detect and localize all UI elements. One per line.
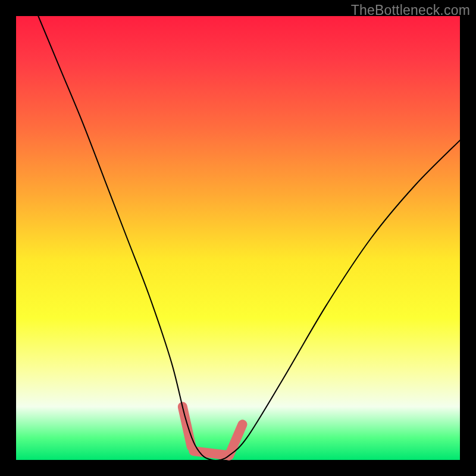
plot-area (16, 16, 460, 460)
curve-nubs (183, 406, 243, 455)
curve-svg (16, 16, 460, 460)
chart-frame: TheBottleneck.com (0, 0, 476, 476)
bottleneck-curve (38, 16, 460, 461)
